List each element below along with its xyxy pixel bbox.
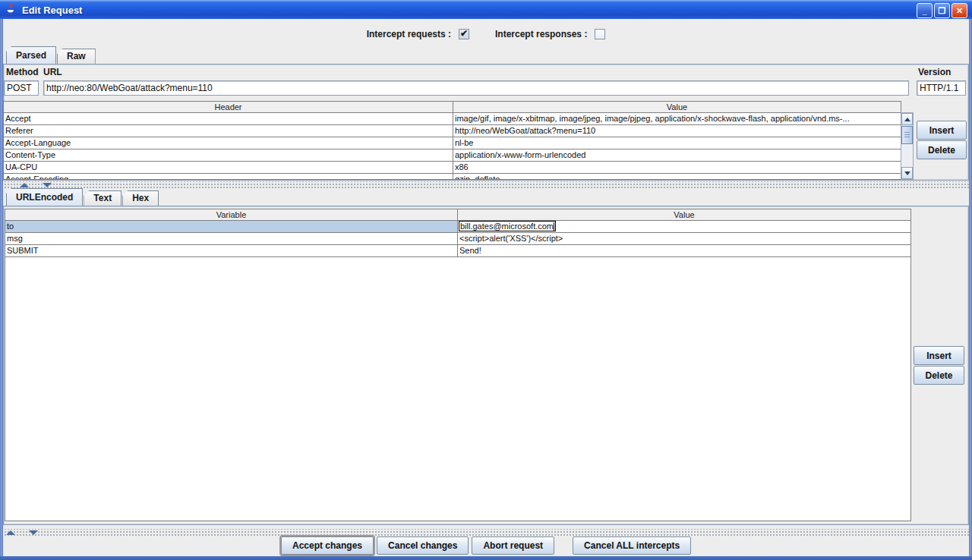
header-value-cell[interactable]: nl-be (453, 137, 901, 149)
close-button[interactable]: ✕ (951, 3, 967, 18)
params-table: Variable Value tobill.gates@microsoft.co… (5, 209, 911, 521)
split-divider-bottom[interactable] (3, 529, 969, 536)
header-value-cell[interactable]: gzip, deflate (453, 174, 901, 180)
collapse-up-icon[interactable] (20, 183, 29, 187)
java-cup-icon (5, 4, 17, 17)
variable-column-label[interactable]: Variable (5, 209, 458, 220)
title-bar[interactable]: Edit Request _ ❐ ✕ (0, 0, 972, 19)
scroll-thumb[interactable] (901, 126, 913, 144)
params-table-header[interactable]: Variable Value (5, 209, 910, 221)
header-name-cell[interactable]: UA-CPU (4, 162, 453, 173)
header-value-cell[interactable]: image/gif, image/x-xbitmap, image/jpeg, … (453, 113, 901, 124)
method-field[interactable]: POST (4, 80, 39, 96)
header-name-cell[interactable]: Accept (4, 113, 453, 124)
intercept-requests-label: Intercept requests : (367, 29, 451, 39)
split-divider-top[interactable] (3, 181, 969, 188)
param-row[interactable]: tobill.gates@microsoft.com (5, 221, 910, 233)
headers-table-body: Acceptimage/gif, image/x-xbitmap, image/… (4, 113, 901, 180)
header-name-cell[interactable]: Accept-Encoding (4, 174, 453, 180)
header-value-cell[interactable]: x86 (453, 162, 901, 173)
header-row[interactable]: Refererhttp://neo/WebGoat/attack?menu=11… (4, 125, 901, 137)
header-row[interactable]: Content-Typeapplication/x-www-form-urlen… (4, 149, 901, 162)
tab-hex[interactable]: Hex (122, 190, 159, 206)
param-value-cell[interactable]: bill.gates@microsoft.com (458, 221, 910, 232)
header-row[interactable]: UA-CPUx86 (4, 162, 901, 174)
param-value-column-label[interactable]: Value (458, 209, 910, 220)
scroll-down-button[interactable] (901, 167, 913, 179)
header-value-cell[interactable]: application/x-www-form-urlencoded (453, 149, 901, 161)
params-table-body: tobill.gates@microsoft.commsg<script>ale… (5, 221, 910, 257)
param-row[interactable]: SUBMITSend! (5, 245, 910, 257)
header-value-cell[interactable]: http://neo/WebGoat/attack?menu=110 (453, 125, 901, 137)
tab-raw[interactable]: Raw (57, 49, 96, 64)
version-label: Version (918, 67, 951, 77)
method-label: Method (6, 67, 39, 77)
header-name-cell[interactable]: Referer (4, 125, 453, 137)
window-title: Edit Request (22, 5, 82, 16)
param-variable-cell[interactable]: SUBMIT (5, 245, 458, 256)
tab-parsed[interactable]: Parsed (6, 46, 56, 64)
tab-urlencoded[interactable]: URLEncoded (6, 188, 83, 206)
intercept-bar: Intercept requests : Intercept responses… (0, 26, 972, 42)
header-name-cell[interactable]: Content-Type (4, 149, 453, 161)
minimize-button[interactable]: _ (917, 3, 933, 18)
headers-table-header[interactable]: Header Value (4, 102, 901, 113)
headers-insert-button[interactable]: Insert (917, 121, 967, 140)
param-value-cell[interactable]: Send! (458, 245, 910, 256)
content-tabs: URLEncodedTextHex (6, 188, 159, 206)
intercept-responses-label: Intercept responses : (495, 29, 587, 39)
tab-text[interactable]: Text (84, 190, 122, 206)
param-variable-cell[interactable]: to (5, 221, 458, 232)
params-insert-button[interactable]: Insert (914, 346, 964, 365)
param-variable-cell[interactable]: msg (5, 233, 458, 244)
headers-table: Header Value Acceptimage/gif, image/x-xb… (3, 101, 901, 180)
headers-scrollbar[interactable] (901, 112, 914, 180)
collapse-up-icon[interactable] (6, 530, 15, 535)
edit-request-window: Edit Request _ ❐ ✕ Intercept requests : … (0, 0, 972, 560)
value-column-label[interactable]: Value (453, 102, 901, 112)
url-field[interactable]: http://neo:80/WebGoat/attack?menu=110 (43, 80, 909, 96)
intercept-responses-checkbox[interactable] (595, 29, 605, 39)
cell-editor-input[interactable]: bill.gates@microsoft.com (459, 221, 556, 231)
maximize-button[interactable]: ❐ (934, 3, 950, 18)
abort-request-button[interactable]: Abort request (472, 536, 554, 555)
request-tabs: ParsedRaw (6, 46, 96, 64)
header-row[interactable]: Accept-Encodinggzip, deflate (4, 174, 901, 180)
collapse-down-icon[interactable] (43, 183, 52, 187)
header-row[interactable]: Accept-Languagenl-be (4, 137, 901, 149)
collapse-down-icon[interactable] (29, 530, 38, 535)
accept-changes-button[interactable]: Accept changes (281, 536, 374, 555)
text-caret (554, 222, 554, 231)
header-name-cell[interactable]: Accept-Language (4, 137, 453, 149)
scroll-up-button[interactable] (901, 113, 913, 125)
param-value-cell[interactable]: <script>alert('XSS')</script> (458, 233, 910, 244)
headers-delete-button[interactable]: Delete (917, 140, 967, 159)
header-column-label[interactable]: Header (4, 102, 453, 112)
header-row[interactable]: Acceptimage/gif, image/x-xbitmap, image/… (4, 113, 901, 125)
cancel-changes-button[interactable]: Cancel changes (377, 536, 469, 555)
window-border-bottom (0, 556, 972, 560)
params-delete-button[interactable]: Delete (914, 366, 964, 385)
cancel-all-intercepts-button[interactable]: Cancel ALL intercepts (573, 536, 691, 555)
intercept-requests-checkbox[interactable] (459, 29, 469, 39)
url-label: URL (43, 67, 62, 77)
window-border-right (969, 19, 972, 560)
action-bar: Accept changesCancel changesAbort reques… (3, 536, 969, 556)
param-row[interactable]: msg<script>alert('XSS')</script> (5, 233, 910, 245)
version-field[interactable]: HTTP/1.1 (917, 80, 966, 96)
